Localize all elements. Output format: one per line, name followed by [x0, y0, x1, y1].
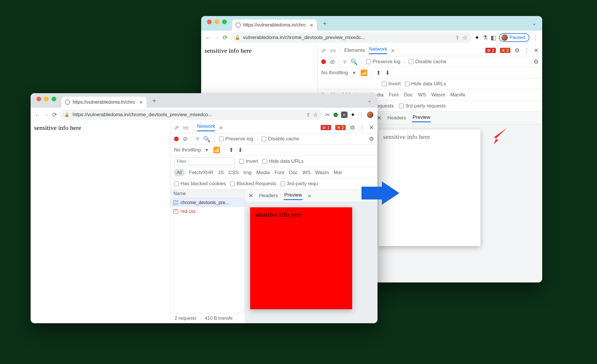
throttling-select[interactable]: No throttling — [321, 70, 348, 76]
filter-input[interactable] — [174, 157, 235, 165]
close-preview-icon[interactable]: ✕ — [248, 192, 253, 199]
tab-network[interactable]: Network — [197, 123, 215, 131]
gear-icon[interactable]: ⚙ — [350, 124, 355, 131]
chevron-down-icon[interactable]: ▼ — [352, 70, 356, 75]
new-tab-button[interactable]: ＋ — [319, 19, 330, 28]
search-icon[interactable]: 🔍 — [350, 58, 358, 65]
upload-icon[interactable]: ⬆ — [376, 69, 381, 76]
avatar-icon[interactable] — [367, 112, 373, 118]
back-icon[interactable]: ← — [35, 112, 41, 118]
tab-preview[interactable]: Preview — [412, 113, 431, 122]
traffic-minimize-icon[interactable] — [44, 97, 49, 101]
blocked-requests-checkbox[interactable]: Blocked Requests — [230, 181, 276, 187]
type-filter-all[interactable]: All — [174, 169, 185, 176]
type-filter[interactable]: Media — [256, 170, 270, 176]
type-filter[interactable]: Manife — [450, 92, 465, 98]
tab-headers[interactable]: Headers — [387, 114, 407, 122]
menu-icon[interactable]: ⋮ — [358, 111, 364, 118]
forward-icon[interactable]: → — [43, 112, 49, 118]
record-icon[interactable] — [174, 137, 179, 141]
new-tab-button[interactable]: ＋ — [149, 96, 160, 105]
kebab-icon[interactable]: ⋮ — [359, 124, 365, 131]
warn-badge[interactable]: ✕ 2 — [500, 48, 510, 53]
traffic-zoom-icon[interactable] — [52, 97, 56, 101]
type-filter[interactable]: Wasm — [315, 170, 329, 176]
reload-icon[interactable]: ⟳ — [223, 34, 228, 41]
browser-tab[interactable]: https://vulnerabledoma.in/chro ✕ — [232, 20, 317, 31]
type-filter[interactable]: Doc — [289, 170, 298, 176]
share-icon[interactable]: ⇪ — [306, 112, 310, 118]
type-filter[interactable]: Img — [243, 170, 252, 176]
share-icon[interactable]: ⇪ — [455, 35, 459, 41]
more-tabs-icon[interactable]: » — [391, 47, 394, 54]
wifi-icon[interactable]: 📶 — [213, 146, 220, 153]
filter-toggle-icon[interactable]: ▿ — [343, 58, 346, 65]
traffic-close-icon[interactable] — [207, 20, 212, 24]
third-party-checkbox[interactable]: 3rd-party requests — [399, 103, 446, 109]
extensions-icon[interactable]: ✦ — [350, 111, 355, 118]
inspect-icon[interactable]: ⬀ — [174, 124, 179, 131]
preserve-log-checkbox[interactable]: Preserve log — [366, 59, 400, 65]
gear-icon[interactable]: ⚙ — [533, 58, 539, 65]
tab-headers[interactable]: Headers — [259, 192, 278, 200]
reload-icon[interactable]: ⟳ — [52, 111, 57, 118]
preserve-log-checkbox[interactable]: Preserve log — [219, 136, 253, 142]
menu-icon[interactable]: ⋮ — [532, 34, 538, 41]
kebab-icon[interactable]: ⋮ — [524, 47, 530, 54]
invert-checkbox[interactable]: Invert — [239, 158, 258, 164]
extensions-icon[interactable]: ✦ — [475, 34, 480, 41]
ext-icon-2[interactable]: n — [341, 112, 347, 118]
wifi-icon[interactable]: 📶 — [360, 69, 368, 76]
type-filter[interactable]: WS — [303, 170, 310, 176]
device-toggle-icon[interactable]: ▭ — [330, 47, 336, 54]
traffic-close-icon[interactable] — [36, 97, 41, 101]
has-blocked-cookies-checkbox[interactable]: Has blocked cookies — [174, 181, 226, 187]
tab-preview[interactable]: Preview — [284, 191, 302, 200]
hide-data-urls-checkbox[interactable]: Hide data URLs — [262, 158, 304, 164]
flask-icon[interactable]: ⚗ — [482, 34, 488, 41]
type-filter[interactable]: Wasm — [431, 92, 445, 98]
gear-icon[interactable]: ⚙ — [369, 135, 374, 142]
close-icon[interactable]: ✕ — [310, 22, 313, 28]
more-tabs-icon[interactable]: » — [308, 192, 311, 199]
record-icon[interactable] — [321, 59, 326, 64]
search-icon[interactable]: 🔍 — [203, 135, 210, 142]
omnibox[interactable]: 🔒 vulnerabledoma.in/chrome_devtools_prev… — [231, 32, 472, 43]
star-icon[interactable]: ☆ — [313, 111, 318, 118]
type-filter[interactable]: Font — [274, 170, 284, 176]
type-filter[interactable]: WS — [418, 92, 426, 98]
throttling-select[interactable]: No throttling — [174, 147, 201, 153]
close-icon[interactable]: ✕ — [139, 100, 143, 105]
type-filter[interactable]: JS — [218, 170, 224, 176]
forward-icon[interactable]: → — [214, 34, 220, 41]
third-party-checkbox[interactable]: 3rd-party requ — [280, 181, 318, 187]
warn-badge[interactable]: ✕ 2 — [335, 125, 346, 130]
error-badge[interactable]: ⊘ 2 — [485, 48, 496, 53]
download-icon[interactable]: ⬇ — [238, 146, 243, 153]
filter-toggle-icon[interactable]: ▿ — [196, 135, 199, 142]
tab-dropdown-icon[interactable]: ⌄ — [530, 20, 539, 26]
request-row[interactable]: chrome_devtools_pre... — [171, 198, 245, 207]
invert-checkbox[interactable]: Invert — [382, 81, 401, 87]
profile-paused[interactable]: Paused — [499, 33, 529, 42]
panel-icon[interactable]: ◧ — [491, 34, 496, 41]
traffic-minimize-icon[interactable] — [215, 20, 219, 24]
tab-elements[interactable]: Elements — [344, 47, 365, 53]
gear-icon[interactable]: ⚙ — [515, 47, 520, 54]
type-filter[interactable]: Mar — [334, 170, 342, 176]
upload-icon[interactable]: ⬆ — [229, 146, 234, 153]
chevron-down-icon[interactable]: ▼ — [205, 148, 209, 152]
type-filter[interactable]: Font — [389, 92, 399, 98]
browser-tab[interactable]: https://vulnerabledoma.in/chro ✕ — [62, 97, 146, 108]
star-icon[interactable]: ☆ — [462, 34, 468, 41]
type-filter[interactable]: Fetch/XHR — [189, 170, 213, 176]
disable-cache-checkbox[interactable]: Disable cache — [261, 136, 299, 142]
back-icon[interactable]: ← — [205, 34, 211, 41]
disable-cache-checkbox[interactable]: Disable cache — [409, 59, 446, 65]
close-devtools-icon[interactable]: ✕ — [534, 47, 539, 54]
error-badge[interactable]: ⊘ 1 — [321, 125, 331, 130]
tab-dropdown-icon[interactable]: ⌄ — [365, 97, 374, 104]
device-toggle-icon[interactable]: ▭ — [183, 124, 189, 131]
name-column-header[interactable]: Name — [171, 189, 245, 198]
type-filter[interactable]: Doc — [404, 92, 413, 98]
